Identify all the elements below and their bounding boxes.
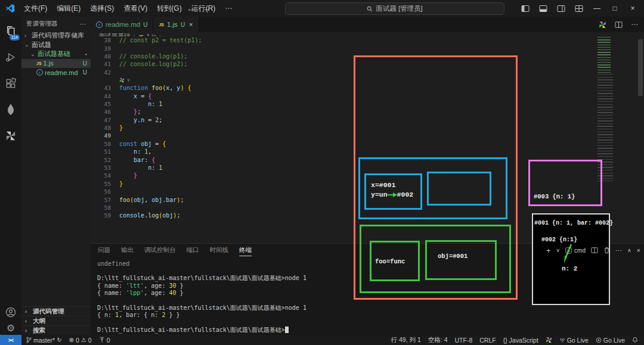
indentation[interactable]: 空格: 4 bbox=[428, 336, 448, 344]
split-editor-icon[interactable] bbox=[615, 21, 623, 29]
chevron-down-icon[interactable]: ∨ bbox=[127, 77, 130, 83]
problems-status[interactable]: ⊗ 0 ⚠ 0 bbox=[69, 337, 92, 344]
explorer-icon[interactable]: 114 bbox=[0, 20, 21, 42]
menu-item-6[interactable]: ⋯ bbox=[220, 2, 237, 14]
new-terminal-icon[interactable]: + bbox=[546, 246, 551, 255]
tree-item-readme[interactable]: ireadme.mdU bbox=[21, 68, 91, 77]
notifications-bell-icon[interactable] bbox=[632, 337, 638, 343]
code-text: console.log(obj); bbox=[119, 212, 180, 219]
code-token: obj bbox=[151, 197, 162, 203]
code-token: , bar: { n: bbox=[119, 312, 162, 318]
panel-tab-2[interactable]: 调试控制台 bbox=[144, 246, 176, 256]
customize-layout-icon[interactable] bbox=[571, 1, 587, 15]
sidebar-bottom-sections: ›源代码管理›大纲›搜索 bbox=[21, 306, 91, 335]
line-number: 59 bbox=[91, 212, 119, 219]
vscode-window: 文件(F)编辑(E)选择(S)查看(V)转到(G)运行(R)⋯ ← → 面试题 … bbox=[0, 0, 644, 345]
code-token: } bbox=[176, 290, 183, 296]
code-token bbox=[119, 93, 134, 100]
cursor-position[interactable]: 行 49, 列 1 bbox=[391, 336, 421, 344]
sidebar-more-icon[interactable]: ⋯ bbox=[80, 20, 86, 27]
panel-tab-3[interactable]: 端口 bbox=[187, 246, 199, 256]
code-text: x = { bbox=[119, 93, 151, 100]
terminal-instance[interactable]: cmd bbox=[565, 247, 586, 254]
code-token: = bbox=[137, 93, 148, 100]
sidebar-section-1[interactable]: ›大纲 bbox=[21, 316, 91, 325]
mongodb-leaf-icon[interactable] bbox=[0, 99, 21, 120]
tree-item-mianshiti[interactable]: ⌄面试题 bbox=[21, 41, 91, 50]
go-live-button[interactable]: Go Live bbox=[559, 337, 589, 344]
maximize-button[interactable]: □ bbox=[607, 1, 623, 15]
annotation-green-left-box: foo=func bbox=[370, 241, 420, 281]
annotation-text: #002 {n:1} bbox=[541, 237, 577, 243]
sidebar-section-0[interactable]: ›源代码管理 bbox=[21, 306, 91, 316]
chevron-icon: ⌄ bbox=[30, 51, 36, 57]
chevron-down-icon[interactable]: ∨ bbox=[556, 247, 560, 253]
editor-more-icon[interactable]: ⋯ bbox=[631, 20, 638, 29]
terminal-line: D:\ltt_fullstuck_ai-master\fullstack\面试题… bbox=[97, 304, 644, 311]
annotation-text: #001 {n: 1, bar: #002} bbox=[534, 220, 613, 226]
code-token: obj bbox=[162, 212, 173, 219]
minimize-button[interactable]: — bbox=[589, 1, 605, 15]
command-center-search[interactable]: 面试题 [管理员] bbox=[285, 2, 504, 15]
close-window-button[interactable]: × bbox=[625, 1, 640, 15]
language-mode[interactable]: {} JavaScript bbox=[503, 337, 538, 344]
menu-item-3[interactable]: 查看(V) bbox=[119, 2, 152, 15]
code-token: , bbox=[148, 148, 151, 155]
panel-tab-5[interactable]: 终端 bbox=[239, 246, 252, 256]
code-text: y.n = 2; bbox=[119, 117, 162, 123]
code-line[interactable]: 39 bbox=[91, 44, 644, 52]
tree-item-label: 源代码管理存储库 bbox=[32, 31, 84, 40]
line-number: 53 bbox=[91, 164, 119, 171]
close-tab-icon[interactable]: × bbox=[189, 21, 193, 28]
git-branch-status[interactable]: master* ↻ bbox=[26, 337, 62, 344]
code-token: // console.log(p1); bbox=[119, 53, 187, 60]
forward-icon[interactable]: → bbox=[203, 4, 210, 13]
run-debug-icon[interactable] bbox=[0, 46, 21, 68]
toggle-panel-icon[interactable] bbox=[535, 1, 551, 15]
plugin-pinwheel-icon[interactable] bbox=[0, 125, 21, 147]
panel-more-icon[interactable]: ⋯ bbox=[615, 247, 622, 254]
ai-plugin-icon[interactable] bbox=[599, 21, 606, 29]
code-token: foo bbox=[119, 197, 130, 203]
panel-tab-1[interactable]: 输出 bbox=[121, 246, 134, 256]
code-token: } bbox=[119, 181, 123, 187]
code-text: // console.log(p1); bbox=[119, 53, 187, 60]
code-line[interactable]: 38// const p2 = test(p1); bbox=[91, 36, 644, 44]
editor-tab-1[interactable]: JS1.jsU× bbox=[153, 17, 199, 32]
panel-tab-0[interactable]: 问题 bbox=[98, 246, 110, 256]
ports-status[interactable]: 0 bbox=[99, 337, 110, 344]
code-token: D:\ltt_fullstuck_ai-master\fullstack\面试题… bbox=[97, 304, 306, 312]
annotation-blue-right-box bbox=[427, 172, 491, 206]
close-panel-icon[interactable]: × bbox=[637, 247, 640, 254]
menu-item-1[interactable]: 编辑(E) bbox=[52, 2, 85, 15]
back-icon[interactable]: ← bbox=[187, 4, 194, 13]
panel-tab-4[interactable]: 时间线 bbox=[210, 246, 229, 256]
code-token: // console.log(p2); bbox=[119, 61, 187, 67]
encoding[interactable]: UTF-8 bbox=[455, 337, 473, 344]
eol-sequence[interactable]: CRLF bbox=[479, 337, 496, 344]
annotation-text: y=un #002 bbox=[371, 191, 413, 198]
split-terminal-icon[interactable] bbox=[591, 247, 598, 254]
editor-scrollbar[interactable] bbox=[638, 39, 643, 96]
info-file-icon: i bbox=[96, 21, 103, 28]
kill-terminal-icon[interactable] bbox=[603, 247, 610, 254]
toggle-sidebar-icon[interactable] bbox=[518, 1, 533, 15]
menu-item-2[interactable]: 选择(S) bbox=[85, 2, 119, 15]
menu-item-0[interactable]: 文件(F) bbox=[19, 2, 52, 15]
editor-tab-0[interactable]: ireadme.mdU bbox=[91, 17, 153, 32]
tree-item-repos[interactable]: ›源代码管理存储库 bbox=[21, 31, 91, 41]
maximize-panel-icon[interactable]: ∧ bbox=[627, 247, 631, 253]
sidebar-section-2[interactable]: ›搜索 bbox=[21, 325, 91, 335]
ai-plugin-status-icon[interactable] bbox=[546, 337, 552, 343]
tree-item-1js[interactable]: JS1.jsU bbox=[21, 59, 91, 69]
toggle-secondary-sidebar-icon[interactable] bbox=[553, 1, 569, 15]
remote-indicator[interactable]: >< bbox=[0, 335, 21, 345]
extensions-icon[interactable] bbox=[0, 73, 21, 94]
tree-item-label: readme.md bbox=[45, 69, 78, 76]
menu-item-4[interactable]: 转到(G) bbox=[152, 2, 186, 15]
explorer-badge: 114 bbox=[10, 35, 20, 41]
section-label: 大纲 bbox=[33, 317, 45, 325]
line-number: 39 bbox=[91, 45, 119, 52]
tree-item-mianshiti-jichu[interactable]: ⌄面试题基础● bbox=[21, 49, 91, 59]
go-live-button-2[interactable]: Go Live bbox=[596, 337, 625, 344]
